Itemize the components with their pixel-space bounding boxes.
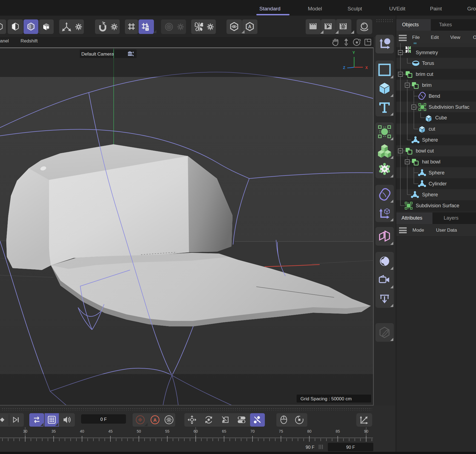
svg-text:80: 80 — [307, 429, 312, 433]
svg-text:90: 90 — [364, 429, 368, 433]
svg-text:75: 75 — [279, 429, 283, 433]
svg-text:X: X — [365, 66, 368, 70]
svg-text:Grid Spacing : 50000 cm: Grid Spacing : 50000 cm — [300, 396, 352, 401]
svg-text:60: 60 — [194, 429, 198, 433]
svg-text:40: 40 — [80, 429, 84, 433]
svg-text:85: 85 — [336, 429, 340, 433]
svg-text:90 F: 90 F — [346, 445, 355, 450]
svg-text:0 F: 0 F — [100, 417, 107, 422]
svg-text:35: 35 — [51, 429, 56, 433]
svg-text:65: 65 — [222, 429, 226, 433]
svg-text:50: 50 — [137, 429, 141, 433]
svg-text:Default Camera: Default Camera — [81, 51, 114, 57]
svg-text:Y: Y — [352, 51, 355, 55]
svg-text:45: 45 — [108, 429, 113, 433]
svg-text:70: 70 — [250, 429, 255, 433]
svg-text:55: 55 — [165, 429, 170, 433]
svg-text:A: A — [153, 418, 157, 423]
svg-text:90 F: 90 F — [306, 445, 314, 450]
svg-text:A: A — [248, 24, 251, 29]
svg-text:Z: Z — [343, 66, 345, 70]
svg-text:30: 30 — [23, 429, 27, 433]
